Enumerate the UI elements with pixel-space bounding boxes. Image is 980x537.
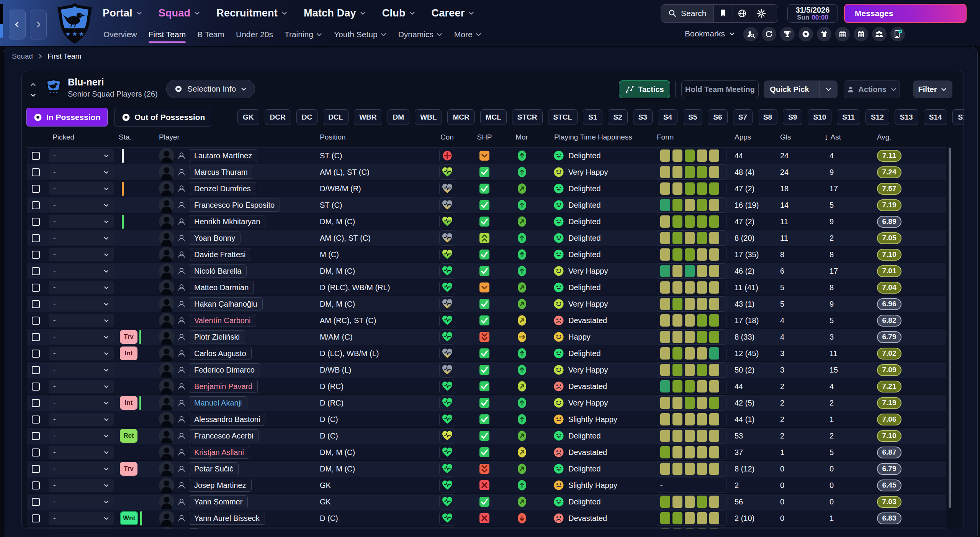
picked-dropdown[interactable]: - <box>49 528 114 529</box>
col-happiness[interactable]: Playing Time Happiness <box>536 133 657 141</box>
bookmark-button[interactable] <box>713 5 733 22</box>
row-checkbox[interactable] <box>32 399 40 407</box>
col-player[interactable]: Player <box>159 133 320 141</box>
table-row[interactable]: - Yann Sommer GK Delighted 56 0 0 7.03 <box>27 494 946 510</box>
position-filter-s6[interactable]: S6 <box>708 109 727 125</box>
position-filter-dc[interactable]: DC <box>296 109 317 125</box>
position-filter-stcl[interactable]: STCL <box>548 109 578 125</box>
picked-dropdown[interactable]: - <box>49 396 114 409</box>
row-checkbox[interactable] <box>32 415 40 424</box>
table-row[interactable]: - Francesco Pio Esposito ST (C) Delighte… <box>27 197 946 213</box>
row-checkbox[interactable] <box>32 251 40 259</box>
player-profile-icon[interactable] <box>178 284 185 291</box>
quickbar-ball-button[interactable] <box>798 27 813 41</box>
table-row[interactable]: - Hakan Çalhanoğlu DM, M (C) Very Happy … <box>27 296 946 312</box>
col-position[interactable]: Position <box>320 133 433 141</box>
vertical-scrollbar[interactable] <box>949 148 951 508</box>
player-profile-icon[interactable] <box>178 448 185 456</box>
tab-out-of-possession[interactable]: Out of Possession <box>115 108 212 126</box>
col-con[interactable]: Con <box>433 133 461 141</box>
subnav-more[interactable]: More <box>454 30 482 41</box>
menu-career[interactable]: Career <box>432 7 475 19</box>
picked-dropdown[interactable]: - <box>49 479 114 492</box>
menu-squad[interactable]: Squad <box>159 7 201 19</box>
row-checkbox[interactable] <box>32 284 40 292</box>
menu-match-day[interactable]: Match Day <box>304 7 366 19</box>
picked-dropdown[interactable]: - <box>49 380 114 393</box>
table-row[interactable]: - Trv Petar Sučić DM, M (C) Delighted 8 … <box>27 461 946 477</box>
filter-dropdown[interactable]: Filter <box>913 80 952 98</box>
position-filter-s4[interactable]: S4 <box>658 109 677 125</box>
table-row[interactable]: - Int Carlos Augusto D (LC), WB/M (L) De… <box>27 345 946 362</box>
row-checkbox[interactable] <box>32 152 40 160</box>
hold-team-meeting-button[interactable]: Hold Team Meeting <box>681 80 759 98</box>
table-row[interactable]: - Denzel Dumfries D/WB/M (R) Delighted 4… <box>27 181 946 197</box>
world-button[interactable] <box>733 5 752 22</box>
col-shp[interactable]: SHP <box>461 133 507 141</box>
table-row[interactable]: - Ret Francesco Acerbi D (C) Delighted 5… <box>27 428 946 444</box>
col-mor[interactable]: Mor <box>507 133 536 141</box>
selection-info-dropdown[interactable]: Selection Info <box>166 80 255 98</box>
table-row[interactable]: - <box>27 527 946 529</box>
subnav-youth-setup[interactable]: Youth Setup <box>334 30 387 41</box>
position-filter-s7[interactable]: S7 <box>733 109 753 125</box>
row-checkbox[interactable] <box>32 383 40 391</box>
position-filter-dm[interactable]: DM <box>388 109 410 125</box>
subnav-first-team[interactable]: First Team <box>149 30 186 41</box>
actions-dropdown[interactable]: Actions <box>844 80 900 98</box>
position-filter-s5[interactable]: S5 <box>683 109 702 125</box>
picked-dropdown[interactable]: - <box>49 182 114 195</box>
position-filter-wbl[interactable]: WBL <box>415 109 442 125</box>
picked-dropdown[interactable]: - <box>49 314 114 327</box>
table-row[interactable]: - Trv Piotr Zieliński M/AM (C) Happy 8 (… <box>27 329 946 345</box>
table-row[interactable]: - Int Manuel Akanji D (RC) Very Happy 42… <box>27 395 946 411</box>
player-profile-icon[interactable] <box>178 399 185 407</box>
menu-club[interactable]: Club <box>382 7 416 19</box>
player-profile-icon[interactable] <box>178 498 185 506</box>
position-filter-wbr[interactable]: WBR <box>354 109 382 125</box>
player-profile-icon[interactable] <box>178 185 185 192</box>
picked-dropdown[interactable]: - <box>49 512 114 525</box>
player-profile-icon[interactable] <box>178 465 185 473</box>
row-checkbox[interactable] <box>32 234 40 242</box>
collapse-down-button[interactable] <box>28 90 38 100</box>
row-checkbox[interactable] <box>32 432 40 440</box>
menu-recruitment[interactable]: Recruitment <box>216 7 288 19</box>
position-filter-s8[interactable]: S8 <box>758 109 777 125</box>
player-profile-icon[interactable] <box>178 300 185 308</box>
picked-dropdown[interactable]: - <box>49 413 114 426</box>
position-filter-dcr[interactable]: DCR <box>265 109 291 125</box>
player-profile-icon[interactable] <box>178 333 185 341</box>
breadcrumb-page[interactable]: First Team <box>47 52 81 61</box>
player-profile-icon[interactable] <box>178 383 185 390</box>
game-date[interactable]: 31/5/2026 Sun00:00 <box>787 4 838 23</box>
position-filter-s10[interactable]: S10 <box>808 109 831 125</box>
picked-dropdown[interactable]: - <box>49 215 114 228</box>
position-filter-s11[interactable]: S11 <box>837 109 860 125</box>
row-checkbox[interactable] <box>32 300 40 308</box>
row-checkbox[interactable] <box>32 465 40 473</box>
col-apps[interactable]: Apps <box>731 133 777 141</box>
subnav-under-20s[interactable]: Under 20s <box>236 30 273 41</box>
row-checkbox[interactable] <box>32 366 40 374</box>
table-row[interactable]: - Wnt Yann Aurel Bisseck D (C) Devastate… <box>27 510 946 527</box>
row-checkbox[interactable] <box>32 267 40 275</box>
position-filter-s14[interactable]: S14 <box>924 109 947 125</box>
quickbar-squad-button[interactable] <box>872 27 887 41</box>
position-filter-s12[interactable]: S12 <box>865 109 889 125</box>
table-row[interactable]: - Nicolò Barella DM, M (C) Very Happy 46… <box>27 263 946 279</box>
col-sta[interactable]: Sta. <box>119 133 159 141</box>
player-profile-icon[interactable] <box>178 415 185 423</box>
table-row[interactable]: - Marcus Thuram AM (L), ST (C) Very Happ… <box>27 164 946 181</box>
search-button[interactable]: Search <box>661 5 713 22</box>
player-profile-icon[interactable] <box>178 152 185 159</box>
tactics-button[interactable]: Tactics <box>619 80 670 98</box>
menu-portal[interactable]: Portal <box>103 7 142 19</box>
player-profile-icon[interactable] <box>178 366 185 374</box>
quick-pick-dropdown[interactable] <box>819 80 838 98</box>
forward-button[interactable] <box>30 10 47 39</box>
table-row[interactable]: - Federico Dimarco D/WB (L) Very Happy 5… <box>27 362 946 378</box>
position-filter-s1[interactable]: S1 <box>583 109 602 125</box>
row-checkbox[interactable] <box>32 514 40 522</box>
settings-button[interactable] <box>752 5 771 22</box>
